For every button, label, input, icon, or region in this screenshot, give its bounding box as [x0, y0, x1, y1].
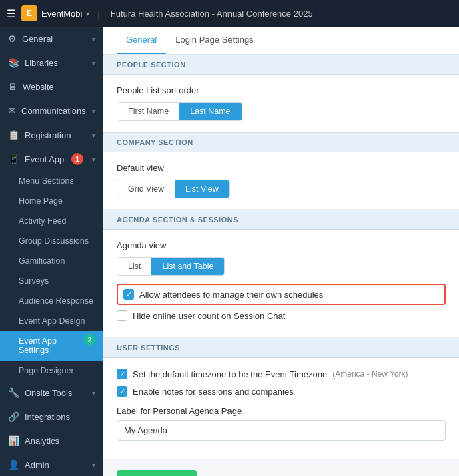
sidebar-item-analytics[interactable]: 📊 Analytics [0, 429, 103, 453]
manage-schedules-row[interactable]: ✓ Allow attendees to manage their own sc… [117, 284, 446, 305]
hide-online-count-row[interactable]: Hide online user count on Session Chat [117, 310, 446, 321]
sidebar-subitem-audience-response[interactable]: Audience Response [0, 291, 103, 311]
save-area: Save Settings [103, 459, 459, 476]
sidebar-subitem-group-discussions[interactable]: Group Discussions [0, 231, 103, 251]
sidebar-item-event-app[interactable]: 📱 Event App 1 ▾ [0, 147, 103, 171]
sidebar-subitem-menu-sections[interactable]: Menu Sections [0, 171, 103, 191]
topbar-separator: | [97, 9, 99, 19]
enable-notes-label: Enable notes for sessions and companies [133, 387, 294, 397]
onsite-tools-chevron-icon: ▾ [92, 389, 95, 397]
topbar: ☰ E EventMobi ▾ | Futura Health Associat… [0, 0, 459, 27]
website-icon: 🖥 [8, 81, 17, 92]
hide-online-count-checkbox[interactable] [117, 310, 127, 321]
agenda-view-group: List List and Table [117, 257, 225, 276]
agenda-label-input[interactable] [117, 420, 446, 441]
sidebar-item-general[interactable]: ⚙ General ▾ [0, 27, 103, 51]
sidebar-subitem-page-designer[interactable]: Page Designer [0, 361, 103, 381]
sidebar-item-communications[interactable]: ✉ Communications ▾ [0, 99, 103, 123]
sidebar-item-integrations-label: Integrations [25, 412, 70, 422]
sidebar-subitem-event-app-design[interactable]: Event App Design [0, 311, 103, 331]
agenda-section-content: Agenda view List List and Table ✓ Allow … [103, 230, 459, 338]
sidebar-item-onsite-tools-label: Onsite Tools [25, 388, 72, 398]
manage-schedules-checkbox[interactable]: ✓ [123, 289, 134, 300]
sidebar-item-website-label: Website [23, 82, 54, 92]
integrations-icon: 🔗 [8, 411, 19, 422]
registration-icon: 📋 [8, 130, 19, 140]
sidebar-item-libraries-label: Libraries [25, 58, 58, 68]
sidebar-item-registration[interactable]: 📋 Registration ▾ [0, 123, 103, 147]
logo: E EventMobi ▾ [21, 5, 89, 21]
libraries-icon: 📚 [8, 57, 19, 68]
sort-first-name-button[interactable]: First Name [117, 103, 179, 120]
communications-icon: ✉ [8, 105, 16, 116]
sidebar-item-website[interactable]: 🖥 Website [0, 75, 103, 99]
manage-schedules-label: Allow attendees to manage their own sche… [139, 290, 323, 300]
sort-last-name-button[interactable]: Last Name [179, 103, 241, 120]
general-chevron-icon: ▾ [92, 35, 95, 43]
sidebar-item-communications-label: Communications [21, 106, 86, 116]
brand-name: EventMobi [41, 9, 82, 19]
hamburger-icon[interactable]: ☰ [7, 7, 16, 20]
sidebar-item-admin-label: Admin [25, 460, 49, 470]
admin-icon: 👤 [8, 459, 19, 470]
people-sort-group: First Name Last Name [117, 102, 242, 121]
sidebar-item-general-label: General [22, 34, 53, 44]
event-app-badge: 1 [71, 153, 83, 165]
sidebar-subitem-surveys[interactable]: Surveys [0, 271, 103, 291]
sidebar-item-analytics-label: Analytics [25, 436, 59, 446]
main-content: General Login Page Settings PEOPLE SECTI… [103, 27, 459, 476]
sidebar-subitem-activity-feed[interactable]: Activity Feed [0, 211, 103, 231]
brand-chevron-icon: ▾ [86, 10, 89, 17]
sidebar-subitem-home-page[interactable]: Home Page [0, 191, 103, 211]
checkmark-icon: ✓ [126, 290, 132, 299]
user-settings-content: ✓ Set the default timezone to be the Eve… [103, 358, 459, 459]
default-timezone-row[interactable]: ✓ Set the default timezone to be the Eve… [117, 369, 446, 379]
grid-view-button[interactable]: Grid View [117, 180, 175, 198]
save-settings-button[interactable]: Save Settings [117, 470, 197, 476]
sidebar-item-registration-label: Registration [25, 130, 71, 140]
company-section-header: COMPANY SECTION [103, 132, 459, 152]
sidebar-item-libraries[interactable]: 📚 Libraries ▾ [0, 51, 103, 75]
sidebar-subitem-gamification[interactable]: Gamification [0, 251, 103, 271]
agenda-view-label: Agenda view [117, 240, 446, 250]
registration-chevron-icon: ▾ [92, 132, 95, 139]
agenda-section-header: AGENDA SECTION & SESSIONS [103, 210, 459, 230]
sidebar-item-event-app-label: Event App [25, 154, 64, 164]
tab-login-page-settings[interactable]: Login Page Settings [166, 27, 262, 54]
agenda-label-field-label: Label for Personal Agenda Page [117, 406, 446, 416]
sidebar-item-integrations[interactable]: 🔗 Integrations [0, 405, 103, 429]
agenda-label-field: Label for Personal Agenda Page [117, 406, 446, 441]
company-section-content: Default view Grid View List View [103, 152, 459, 210]
analytics-icon: 📊 [8, 435, 19, 446]
company-view-label: Default view [117, 163, 446, 173]
communications-chevron-icon: ▾ [92, 107, 95, 115]
event-title: Futura Health Association - Annual Confe… [111, 9, 313, 19]
event-app-settings-label: Event App Settings [19, 336, 84, 355]
people-section-content: People List sort order First Name Last N… [103, 75, 459, 132]
notes-checkmark-icon: ✓ [119, 387, 125, 396]
event-app-chevron-icon: ▾ [92, 156, 95, 163]
event-app-settings-badge: 2 [84, 334, 95, 346]
people-section-header: PEOPLE SECTION [103, 55, 459, 75]
default-timezone-checkbox[interactable]: ✓ [117, 369, 127, 379]
user-settings-section-header: USER SETTINGS [103, 338, 459, 358]
timezone-sublabel: (America - New York) [332, 369, 408, 379]
admin-chevron-icon: ▾ [92, 461, 95, 469]
enable-notes-checkbox[interactable]: ✓ [117, 386, 127, 397]
people-sort-label: People List sort order [117, 85, 446, 95]
layout: ⚙ General ▾ 📚 Libraries ▾ 🖥 Website ✉ Co… [0, 27, 459, 476]
enable-notes-row[interactable]: ✓ Enable notes for sessions and companie… [117, 386, 446, 397]
tab-general[interactable]: General [117, 27, 166, 54]
sidebar-item-admin[interactable]: 👤 Admin ▾ [0, 453, 103, 476]
list-view-button[interactable]: List View [175, 180, 230, 198]
sidebar-subitem-event-app-settings[interactable]: Event App Settings 2 [0, 331, 103, 361]
agenda-list-button[interactable]: List [117, 258, 151, 275]
agenda-list-and-table-button[interactable]: List and Table [151, 258, 224, 275]
sidebar-item-onsite-tools[interactable]: 🔧 Onsite Tools ▾ [0, 381, 103, 405]
tab-bar: General Login Page Settings [103, 27, 459, 55]
onsite-tools-icon: 🔧 [8, 387, 19, 398]
sidebar: ⚙ General ▾ 📚 Libraries ▾ 🖥 Website ✉ Co… [0, 27, 103, 476]
general-icon: ⚙ [8, 33, 17, 44]
event-app-icon: 📱 [8, 154, 19, 164]
timezone-checkmark-icon: ✓ [119, 370, 125, 379]
